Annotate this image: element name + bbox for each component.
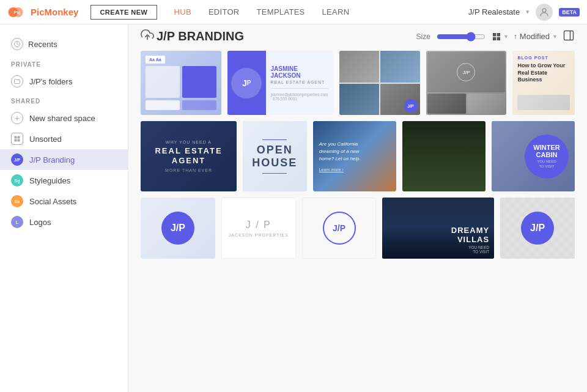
sort-arrow-icon: ↑ (514, 32, 517, 41)
grid-item-blog-post[interactable]: BLOG POST How to Grow Your Real Estate B… (512, 51, 575, 115)
svg-rect-10 (493, 33, 496, 36)
grid-row-2: WHY YOU NEED A REAL ESTATEAGENT MORE THA… (141, 121, 575, 191)
nav-hub[interactable]: HUB (174, 7, 191, 17)
svg-rect-14 (564, 31, 574, 40)
grid-item-design-grid[interactable]: Aa Aa (141, 51, 221, 115)
sidebar-item-new-shared-space[interactable]: + New shared space (0, 108, 128, 128)
svg-text:Pic: Pic (14, 10, 21, 15)
grid-view-button[interactable]: ▾ (492, 32, 508, 42)
logos-label: Logos (29, 218, 51, 227)
jp-branding-label: J/P Branding (29, 155, 75, 165)
grid-item-photo-collage[interactable]: J/P (339, 51, 420, 115)
content-title: J/P BRANDING (157, 29, 244, 43)
grid-item-realtor-banner[interactable]: WHY YOU NEED A REAL ESTATEAGENT MORE THA… (141, 121, 237, 191)
image-grid-area: Aa Aa (128, 51, 587, 392)
shared-section-label: SHARED (0, 92, 128, 108)
upload-button[interactable] (141, 28, 154, 45)
sort-button[interactable]: ↑ Modified ▾ (514, 32, 556, 41)
jp-branding-icon: J/P (11, 153, 23, 166)
social-assets-icon: Sa (11, 195, 23, 207)
main-nav: HUB EDITOR TEMPLATES LEARN (174, 7, 468, 17)
styleguides-label: Styleguides (29, 176, 70, 185)
main-layout: Recents PRIVATE J/P's folders SHARED + N… (0, 24, 587, 392)
sidebar-item-logos[interactable]: L Logos (0, 212, 128, 232)
avatar[interactable] (536, 4, 553, 21)
svg-point-3 (542, 9, 546, 12)
private-section-label: PRIVATE (0, 55, 128, 71)
content-area: J/P BRANDING Size ▾ ↑ Modified (128, 24, 587, 392)
svg-rect-13 (497, 37, 500, 40)
nav-templates[interactable]: TEMPLATES (257, 7, 305, 17)
grid-item-winter-cabin[interactable]: WINTERCABIN YOU NEEDTO VISIT (492, 121, 575, 191)
panel-toggle-button[interactable] (563, 29, 575, 44)
create-new-button[interactable]: CREATE NEW (90, 5, 157, 20)
grid-item-jp-circle-outline[interactable]: J/P (302, 198, 377, 259)
recents-label: Recents (28, 40, 57, 49)
svg-rect-8 (18, 139, 20, 142)
svg-rect-5 (15, 136, 17, 139)
toolbar-left (141, 28, 154, 45)
sidebar-item-recents[interactable]: Recents (0, 33, 128, 55)
top-navigation: Pic PicMonkey CREATE NEW HUB EDITOR TEMP… (0, 0, 587, 24)
sort-label: Modified (520, 32, 550, 41)
svg-rect-12 (493, 37, 496, 40)
new-shared-space-label: New shared space (29, 114, 95, 123)
sidebar-item-jp-branding[interactable]: J/P J/P Branding (0, 149, 128, 170)
logo[interactable]: Pic PicMonkey (7, 2, 78, 22)
sidebar-item-social-assets[interactable]: Sa Social Assets (0, 191, 128, 212)
beta-badge: BETA (559, 8, 580, 17)
logos-icon: L (11, 216, 23, 228)
size-label: Size (416, 32, 430, 41)
recents-icon (11, 38, 23, 50)
grid-item-pool-villa[interactable]: DREAMY VILLAS YOU NEEDTO VISIT (382, 198, 494, 259)
grid-chevron-icon: ▾ (504, 33, 508, 40)
grid-item-open-house[interactable]: OPEN HOUSE (243, 121, 307, 191)
jps-folders-label: J/P's folders (29, 77, 72, 86)
size-slider[interactable] (437, 32, 485, 42)
grid-row-1: Aa Aa (141, 51, 575, 115)
grid-item-jp-checker[interactable]: J/P (500, 198, 575, 259)
sidebar-item-jps-folders[interactable]: J/P's folders (0, 71, 128, 92)
svg-rect-11 (497, 33, 500, 36)
plus-icon: + (11, 112, 23, 124)
grid-item-jp-slash-white[interactable]: J / P JACKSON PROPERTIES (221, 198, 296, 259)
unsorted-label: Unsorted (29, 135, 62, 144)
grid-row-3: J/P J / P JACKSON PROPERTIES J/P (141, 198, 575, 259)
toolbar: J/P BRANDING Size ▾ ↑ Modified (128, 24, 587, 51)
brand-name: PicMonkey (31, 7, 78, 17)
nav-learn[interactable]: LEARN (322, 7, 350, 17)
sidebar-item-styleguides[interactable]: Sg Styleguides (0, 170, 128, 191)
grid-item-forest-night[interactable] (402, 121, 485, 191)
unsorted-icon (11, 133, 23, 145)
toolbar-right: Size ▾ ↑ Modified ▾ (416, 29, 575, 44)
folder-icon (11, 75, 23, 87)
svg-rect-7 (15, 139, 17, 142)
svg-rect-6 (18, 136, 20, 139)
grid-item-jp-circle-light[interactable]: J/P (141, 198, 215, 259)
sort-chevron-icon: ▾ (553, 33, 556, 40)
nav-editor[interactable]: EDITOR (209, 7, 240, 17)
account-name[interactable]: J/P Realestate (468, 7, 520, 17)
grid-item-california-dream[interactable]: Are you Californiadreaming of a newhome?… (313, 121, 396, 191)
grid-item-business-card[interactable]: JP JASMINE JACKSON REAL ESTATE AGENT jas… (227, 51, 333, 115)
nav-right: J/P Realestate ▾ BETA (468, 4, 580, 21)
social-assets-label: Social Assets (29, 197, 76, 206)
chevron-down-icon: ▾ (526, 8, 530, 16)
sidebar-item-unsorted[interactable]: Unsorted (0, 128, 128, 149)
styleguides-icon: Sg (11, 174, 23, 187)
sidebar: Recents PRIVATE J/P's folders SHARED + N… (0, 24, 128, 392)
grid-item-bw-architecture[interactable]: J/P (426, 51, 507, 115)
